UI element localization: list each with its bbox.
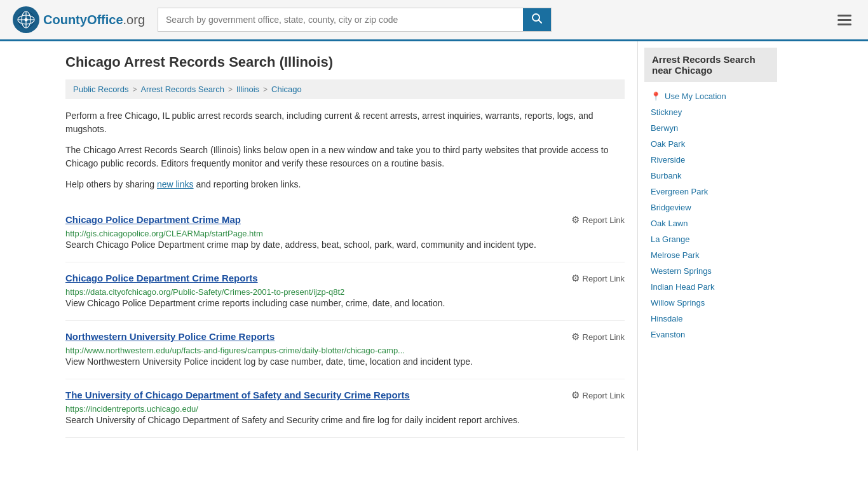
- sidebar-link-indian-head-park[interactable]: Indian Head Park: [651, 282, 714, 292]
- sidebar-link-riverside[interactable]: Riverside: [651, 155, 685, 165]
- sidebar-willow-springs: Willow Springs: [644, 295, 777, 311]
- report-link-button-3[interactable]: ⚙ Report Link: [571, 390, 625, 401]
- sidebar-link-stickney[interactable]: Stickney: [651, 107, 682, 117]
- menu-line-2: [837, 19, 851, 21]
- breadcrumb-chicago[interactable]: Chicago: [271, 85, 302, 94]
- result-header-0: Chicago Police Department Crime Map ⚙ Re…: [65, 214, 625, 226]
- page-title: Chicago Arrest Records Search (Illinois): [65, 54, 625, 71]
- search-bar: [158, 8, 552, 32]
- sidebar-link-bridgeview[interactable]: Bridgeview: [651, 203, 691, 212]
- result-desc-1: View Chicago Police Department crime rep…: [65, 297, 625, 310]
- report-label-2: Report Link: [583, 332, 625, 342]
- result-desc-0: Search Chicago Police Department crime m…: [65, 238, 625, 252]
- report-label-1: Report Link: [583, 274, 625, 283]
- content-area: Chicago Arrest Records Search (Illinois)…: [53, 41, 637, 451]
- breadcrumb-illinois[interactable]: Illinois: [236, 85, 259, 94]
- sidebar-link-oak-lawn[interactable]: Oak Lawn: [651, 219, 688, 228]
- sidebar-western-springs: Western Springs: [644, 263, 777, 279]
- breadcrumb-sep-1: >: [132, 85, 137, 94]
- sidebar-link-evergreen-park[interactable]: Evergreen Park: [651, 187, 708, 196]
- sidebar-title: Arrest Records Search near Chicago: [644, 48, 777, 82]
- report-link-button-0[interactable]: ⚙ Report Link: [571, 214, 625, 226]
- desc3-before: Help others by sharing: [65, 179, 157, 189]
- result-url-3[interactable]: https://incidentreports.uchicago.edu/: [65, 404, 198, 414]
- sidebar-evergreen-park: Evergreen Park: [644, 184, 777, 200]
- sidebar-link-la-grange[interactable]: La Grange: [651, 234, 689, 244]
- sidebar-link-oak-park[interactable]: Oak Park: [651, 139, 685, 149]
- pin-icon: 📍: [651, 92, 661, 101]
- sidebar-link-berwyn[interactable]: Berwyn: [651, 123, 678, 133]
- report-label-3: Report Link: [583, 391, 625, 400]
- sidebar-indian-head-park: Indian Head Park: [644, 279, 777, 295]
- svg-line-7: [539, 20, 542, 24]
- sidebar-burbank: Burbank: [644, 168, 777, 184]
- search-icon: [532, 13, 542, 24]
- search-button[interactable]: [523, 8, 551, 31]
- breadcrumb-arrest-records[interactable]: Arrest Records Search: [140, 85, 224, 94]
- sidebar-link-willow-springs[interactable]: Willow Springs: [651, 298, 705, 308]
- report-icon-1: ⚙: [571, 273, 580, 284]
- result-url-0[interactable]: http://gis.chicagopolice.org/CLEARMap/st…: [65, 229, 263, 238]
- results-list: Chicago Police Department Crime Map ⚙ Re…: [65, 204, 625, 438]
- sidebar-link-western-springs[interactable]: Western Springs: [651, 266, 712, 276]
- result-title-1[interactable]: Chicago Police Department Crime Reports: [65, 273, 258, 283]
- description-1: Perform a free Chicago, IL public arrest…: [65, 109, 625, 136]
- description-2: The Chicago Arrest Records Search (Illin…: [65, 144, 625, 170]
- sidebar-oak-park: Oak Park: [644, 136, 777, 152]
- result-title-3[interactable]: The University of Chicago Department of …: [65, 390, 410, 400]
- use-my-location-link[interactable]: Use My Location: [665, 92, 726, 101]
- report-link-button-1[interactable]: ⚙ Report Link: [571, 273, 625, 284]
- desc3-after: and reporting broken links.: [194, 179, 301, 189]
- sidebar-melrose-park: Melrose Park: [644, 247, 777, 263]
- result-desc-2: View Northwestern University Police inci…: [65, 355, 625, 369]
- menu-line-1: [837, 15, 851, 17]
- breadcrumb-sep-2: >: [228, 85, 233, 94]
- sidebar-link-hinsdale[interactable]: Hinsdale: [651, 314, 683, 323]
- sidebar-hinsdale: Hinsdale: [644, 311, 777, 327]
- sidebar: Arrest Records Search near Chicago 📍 Use…: [637, 41, 783, 451]
- logo-icon: [13, 6, 39, 33]
- result-desc-3: Search University of Chicago Department …: [65, 414, 625, 427]
- result-url-2[interactable]: http://www.northwestern.edu/up/facts-and…: [65, 346, 405, 355]
- result-item-2: Northwestern University Police Crime Rep…: [65, 321, 625, 379]
- site-header: CountyOffice.org: [0, 0, 868, 41]
- breadcrumb-sep-3: >: [263, 85, 268, 94]
- report-icon-0: ⚙: [571, 214, 580, 226]
- report-icon-2: ⚙: [571, 331, 580, 342]
- report-icon-3: ⚙: [571, 390, 580, 401]
- new-links-link[interactable]: new links: [157, 179, 194, 189]
- result-title-2[interactable]: Northwestern University Police Crime Rep…: [65, 331, 275, 342]
- breadcrumb: Public Records > Arrest Records Search >…: [65, 79, 625, 99]
- result-url-1[interactable]: https://data.cityofchicago.org/Public-Sa…: [65, 287, 344, 297]
- sidebar-link-evanston[interactable]: Evanston: [651, 330, 685, 339]
- result-header-1: Chicago Police Department Crime Reports …: [65, 273, 625, 284]
- sidebar-stickney: Stickney: [644, 104, 777, 120]
- sidebar-riverside: Riverside: [644, 152, 777, 168]
- sidebar-link-melrose-park[interactable]: Melrose Park: [651, 250, 700, 260]
- result-header-2: Northwestern University Police Crime Rep…: [65, 331, 625, 342]
- breadcrumb-public-records[interactable]: Public Records: [73, 85, 128, 94]
- sidebar-bridgeview: Bridgeview: [644, 200, 777, 215]
- sidebar-berwyn: Berwyn: [644, 120, 777, 136]
- site-logo[interactable]: CountyOffice.org: [13, 6, 145, 33]
- menu-button[interactable]: [834, 12, 855, 28]
- sidebar-la-grange: La Grange: [644, 231, 777, 247]
- result-item-0: Chicago Police Department Crime Map ⚙ Re…: [65, 204, 625, 262]
- report-link-button-2[interactable]: ⚙ Report Link: [571, 331, 625, 342]
- result-item-1: Chicago Police Department Crime Reports …: [65, 262, 625, 321]
- result-item-3: The University of Chicago Department of …: [65, 379, 625, 438]
- search-input[interactable]: [158, 8, 523, 31]
- sidebar-use-location[interactable]: 📍 Use My Location: [644, 88, 777, 104]
- description-3: Help others by sharing new links and rep…: [65, 178, 625, 191]
- logo-text: CountyOffice.org: [43, 13, 145, 27]
- result-header-3: The University of Chicago Department of …: [65, 390, 625, 401]
- sidebar-link-burbank[interactable]: Burbank: [651, 171, 681, 180]
- report-label-0: Report Link: [583, 215, 625, 225]
- main-layout: Chicago Arrest Records Search (Illinois)…: [53, 41, 815, 451]
- result-title-0[interactable]: Chicago Police Department Crime Map: [65, 214, 241, 225]
- sidebar-evanston: Evanston: [644, 327, 777, 342]
- sidebar-oak-lawn: Oak Lawn: [644, 215, 777, 231]
- menu-line-3: [837, 24, 851, 25]
